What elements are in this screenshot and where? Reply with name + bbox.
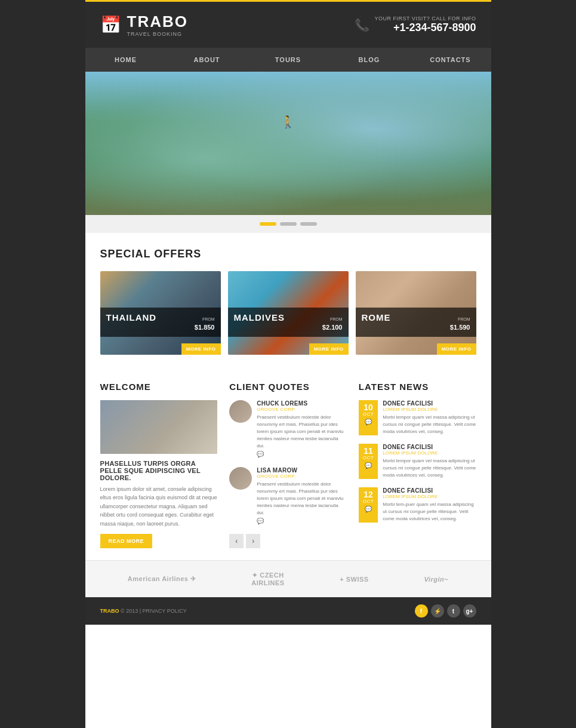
welcome-section: WELCOME PHASELLUS TURPIS ORGRA PELLE SQU… — [100, 382, 218, 548]
nav-about[interactable]: ABOUT — [167, 48, 248, 72]
partner-american: American Airlines ✈ — [128, 575, 196, 583]
offer-btn-maldives[interactable]: MORE INFO — [309, 343, 349, 355]
contact-prompt: YOUR FIRST VISIT? CALL FOR INFO — [374, 16, 476, 21]
dot-2[interactable] — [280, 222, 297, 226]
quote-next-button[interactable]: › — [246, 534, 260, 548]
news-content-1: DONEC FACILISI LOREM IPSUM DOLORE Morbi … — [383, 400, 476, 435]
nav-tours[interactable]: TOURS — [248, 48, 329, 72]
quote-nav: ‹ › — [229, 534, 347, 548]
partner-virgin: Virgin~ — [424, 576, 448, 583]
hero-section: 🚶 — [85, 72, 491, 215]
offer-price-thailand: FROM $1.850 — [195, 317, 215, 332]
nav-contacts[interactable]: CONTACTS — [410, 48, 491, 72]
latest-news-section: LATEST NEWS 10 OCT 💬 DONEC FACILISI LORE… — [359, 382, 476, 531]
news-body-3: Morbi tem-puer quam vel massa adipiscing… — [383, 501, 476, 523]
news-item-2: 11 OCT 💬 DONEC FACILISI LOREM IPSUM DOLO… — [359, 444, 476, 479]
offer-maldives[interactable]: MALDIVES FROM $2.100 MORE INFO — [228, 271, 349, 355]
offer-overlay-thailand: THAILAND FROM $1.850 — [100, 308, 221, 337]
news-title: LATEST NEWS — [359, 382, 476, 392]
logo-text: TRABO TRAVEL BOOKING — [127, 13, 188, 37]
news-link-2[interactable]: LOREM IPSUM DOLORE — [383, 450, 476, 456]
quote-avatar-1 — [229, 400, 252, 423]
logo-title: TRABO — [127, 13, 188, 31]
news-date-3: 12 OCT 💬 — [359, 487, 378, 523]
dot-3[interactable] — [300, 222, 317, 226]
dot-1[interactable] — [260, 222, 276, 226]
partner-czech: ✦ CZECHAIRLINES — [251, 572, 284, 586]
footer-copy: © 2013 | PRIVACY POLICY — [121, 608, 187, 614]
contact-number: +1-234-567-8900 — [374, 21, 476, 34]
logo-area: 📅 TRABO TRAVEL BOOKING — [100, 13, 188, 37]
news-icon-1: 💬 — [363, 419, 374, 425]
news-month-3: OCT — [363, 499, 374, 504]
social-rss-button[interactable]: ⚡ — [431, 604, 444, 618]
special-offers-section: SPECIAL OFFERS THAILAND FROM $1.850 MORE… — [85, 233, 491, 370]
quote-icon-1: 💬 — [257, 451, 347, 457]
quote-text-1: Praesent vestibulum molestie dolor nonum… — [257, 414, 347, 450]
offers-grid: THAILAND FROM $1.850 MORE INFO MALDIVES … — [100, 271, 476, 355]
quote-item-1: CHUCK LOREMS GROOVE CORP. Praesent vesti… — [229, 400, 347, 457]
contact-text: YOUR FIRST VISIT? CALL FOR INFO +1-234-5… — [374, 16, 476, 34]
news-link-1[interactable]: LOREM IPSUM DOLORE — [383, 407, 476, 412]
news-icon-2: 💬 — [363, 462, 374, 469]
main-nav: HOME ABOUT TOURS BLOG CONTACTS — [85, 48, 491, 72]
social-twitter-button[interactable]: t — [447, 604, 460, 618]
news-day-1: 10 — [363, 403, 374, 411]
hero-figure: 🚶 — [281, 115, 295, 129]
header-contact: 📞 YOUR FIRST VISIT? CALL FOR INFO +1-234… — [355, 16, 476, 34]
calendar-icon: 📅 — [100, 15, 121, 35]
news-title-3: DONEC FACILISI — [383, 487, 476, 494]
quote-company-2: GROOVE CORP. — [257, 474, 347, 479]
quote-prev-button[interactable]: ‹ — [229, 534, 244, 548]
news-month-1: OCT — [363, 411, 374, 417]
offer-name-rome: ROME — [362, 312, 391, 322]
news-month-2: OCT — [363, 455, 374, 460]
news-day-3: 12 — [363, 490, 374, 499]
social-googleplus-button[interactable]: g+ — [463, 604, 476, 618]
logo-subtitle: TRAVEL BOOKING — [127, 31, 188, 37]
phone-icon: 📞 — [355, 18, 369, 32]
partner-swiss: + SWISS — [340, 576, 368, 583]
read-more-button[interactable]: READ MORE — [100, 534, 153, 548]
news-item-1: 10 OCT 💬 DONEC FACILISI LOREM IPSUM DOLO… — [359, 400, 476, 435]
offer-price-maldives: FROM $2.100 — [322, 317, 343, 332]
footer-social: f ⚡ t g+ — [415, 604, 476, 618]
news-title-1: DONEC FACILISI — [383, 400, 476, 407]
welcome-subtitle: PHASELLUS TURPIS ORGRA PELLE SQUE ADIPIS… — [100, 460, 218, 481]
offer-name-maldives: MALDIVES — [234, 312, 285, 322]
news-date-1: 10 OCT 💬 — [359, 400, 378, 435]
nav-blog[interactable]: BLOG — [329, 48, 410, 72]
social-facebook-button[interactable]: f — [415, 604, 428, 618]
news-item-3: 12 OCT 💬 DONEC FACILISI LOREM IPSUM DOLO… — [359, 487, 476, 523]
quotes-title: CLIENT QUOTES — [229, 382, 347, 392]
news-icon-3: 💬 — [363, 506, 374, 512]
offer-price-rome: FROM $1.590 — [450, 317, 470, 332]
news-content-3: DONEC FACILISI LOREM IPSUM DOLORE Morbi … — [383, 487, 476, 523]
quote-item-2: LISA MAROW GROOVE CORP. Praesent vestibu… — [229, 467, 347, 524]
welcome-title: WELCOME — [100, 382, 218, 392]
quote-icon-2: 💬 — [257, 518, 347, 524]
nav-home[interactable]: HOME — [85, 48, 167, 72]
footer-text: TRABO © 2013 | PRIVACY POLICY — [100, 608, 187, 614]
hero-bg — [85, 72, 491, 215]
welcome-body: Lorem ipsum dolor sit amet, consele adip… — [100, 485, 218, 528]
offer-rome[interactable]: ROME FROM $1.590 MORE INFO — [356, 271, 476, 355]
client-quotes-section: CLIENT QUOTES CHUCK LOREMS GROOVE CORP. … — [229, 382, 347, 548]
news-date-2: 11 OCT 💬 — [359, 444, 378, 479]
news-link-3[interactable]: LOREM IPSUM DOLORE — [383, 494, 476, 499]
quote-content-2: LISA MAROW GROOVE CORP. Praesent vestibu… — [257, 467, 347, 524]
quote-name-2: LISA MAROW — [257, 467, 347, 474]
offer-btn-rome[interactable]: MORE INFO — [437, 343, 476, 355]
quote-avatar-2 — [229, 467, 252, 490]
news-day-2: 11 — [363, 447, 374, 455]
partners-section: American Airlines ✈ ✦ CZECHAIRLINES + SW… — [85, 560, 491, 597]
site-footer: TRABO © 2013 | PRIVACY POLICY f ⚡ t g+ — [85, 597, 491, 625]
offer-overlay-rome: ROME FROM $1.590 — [356, 308, 476, 337]
special-offers-title: SPECIAL OFFERS — [100, 248, 476, 260]
offer-btn-thailand[interactable]: MORE INFO — [181, 343, 221, 355]
offer-thailand[interactable]: THAILAND FROM $1.850 MORE INFO — [100, 271, 221, 355]
slider-dots — [85, 215, 491, 233]
quote-name-1: CHUCK LOREMS — [257, 400, 347, 407]
welcome-image — [100, 400, 218, 454]
quote-text-2: Praesent vestibulum molestie dolor nonum… — [257, 481, 347, 517]
